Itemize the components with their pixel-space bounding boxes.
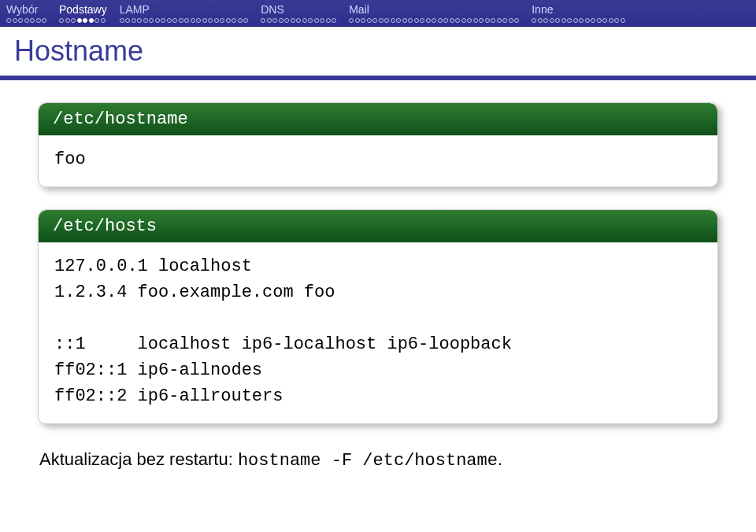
progress-dot[interactable] — [550, 18, 554, 23]
progress-dot[interactable] — [579, 18, 584, 23]
progress-dot[interactable] — [326, 18, 331, 23]
progress-dot[interactable] — [243, 18, 248, 23]
progress-dot[interactable] — [291, 18, 295, 23]
progress-dot[interactable] — [191, 18, 195, 23]
progress-dot[interactable] — [13, 18, 17, 23]
progress-dot[interactable] — [461, 18, 466, 23]
progress-dot[interactable] — [514, 18, 519, 23]
progress-dot[interactable] — [349, 18, 354, 23]
progress-dot[interactable] — [532, 18, 536, 23]
progress-dot[interactable] — [202, 18, 207, 23]
progress-dot[interactable] — [196, 18, 201, 23]
progress-dot[interactable] — [267, 18, 272, 23]
progress-dot[interactable] — [609, 18, 613, 23]
progress-dot[interactable] — [214, 18, 219, 23]
progress-dot[interactable] — [167, 18, 172, 23]
progress-dot[interactable] — [602, 18, 607, 23]
progress-dot[interactable] — [485, 18, 490, 23]
progress-dot[interactable] — [597, 18, 602, 23]
nav-label[interactable]: LAMP — [120, 3, 249, 16]
progress-dot[interactable] — [367, 18, 372, 23]
progress-dot[interactable] — [473, 18, 478, 23]
progress-dot[interactable] — [432, 18, 436, 23]
progress-dot[interactable] — [614, 18, 619, 23]
progress-dot[interactable] — [125, 18, 130, 23]
progress-dot[interactable] — [443, 18, 448, 23]
progress-dot[interactable] — [238, 18, 243, 23]
progress-dot[interactable] — [502, 18, 507, 23]
progress-dot[interactable] — [83, 18, 87, 23]
progress-dot[interactable] — [137, 18, 142, 23]
nav-label[interactable]: DNS — [261, 3, 336, 16]
nav-section-mail[interactable]: Mail — [343, 3, 525, 23]
progress-dot[interactable] — [30, 18, 35, 23]
progress-dot[interactable] — [455, 18, 460, 23]
progress-dot[interactable] — [438, 18, 443, 23]
progress-dot[interactable] — [396, 18, 401, 23]
progress-dot[interactable] — [279, 18, 284, 23]
progress-dot[interactable] — [155, 18, 160, 23]
progress-dot[interactable] — [132, 18, 136, 23]
progress-dot[interactable] — [621, 18, 625, 23]
progress-dot[interactable] — [314, 18, 319, 23]
progress-dot[interactable] — [226, 18, 231, 23]
progress-dot[interactable] — [585, 18, 590, 23]
progress-dot[interactable] — [538, 18, 543, 23]
progress-dot[interactable] — [232, 18, 236, 23]
progress-dot[interactable] — [391, 18, 395, 23]
progress-dot[interactable] — [120, 18, 124, 23]
progress-dot[interactable] — [36, 18, 41, 23]
progress-dot[interactable] — [272, 18, 277, 23]
progress-dot[interactable] — [179, 18, 183, 23]
progress-dot[interactable] — [149, 18, 154, 23]
progress-dot[interactable] — [479, 18, 484, 23]
progress-dot[interactable] — [450, 18, 454, 23]
progress-dot[interactable] — [509, 18, 513, 23]
progress-dot[interactable] — [414, 18, 419, 23]
nav-section-inne[interactable]: Inne — [525, 3, 632, 23]
progress-dot[interactable] — [172, 18, 177, 23]
progress-dot[interactable] — [220, 18, 224, 23]
progress-dot[interactable] — [426, 18, 431, 23]
progress-dot[interactable] — [101, 18, 106, 23]
progress-dot[interactable] — [591, 18, 595, 23]
progress-dot[interactable] — [379, 18, 384, 23]
nav-label[interactable]: Podstawy — [59, 3, 107, 16]
progress-dot[interactable] — [491, 18, 495, 23]
nav-section-lamp[interactable]: LAMP — [113, 3, 255, 23]
progress-dot[interactable] — [261, 18, 265, 23]
progress-dot[interactable] — [467, 18, 472, 23]
progress-dot[interactable] — [208, 18, 213, 23]
progress-dot[interactable] — [408, 18, 413, 23]
progress-dot[interactable] — [308, 18, 313, 23]
progress-dot[interactable] — [332, 18, 336, 23]
progress-dot[interactable] — [573, 18, 578, 23]
progress-dot[interactable] — [77, 18, 82, 23]
progress-dot[interactable] — [302, 18, 307, 23]
progress-dot[interactable] — [65, 18, 70, 23]
progress-dot[interactable] — [6, 18, 11, 23]
nav-section-dns[interactable]: DNS — [254, 3, 343, 23]
progress-dot[interactable] — [555, 18, 560, 23]
progress-dot[interactable] — [71, 18, 76, 23]
progress-dot[interactable] — [567, 18, 572, 23]
progress-dot[interactable] — [384, 18, 389, 23]
nav-label[interactable]: Inne — [532, 3, 625, 16]
progress-dot[interactable] — [402, 18, 407, 23]
progress-dot[interactable] — [320, 18, 324, 23]
progress-dot[interactable] — [372, 18, 377, 23]
progress-dot[interactable] — [24, 18, 29, 23]
progress-dot[interactable] — [94, 18, 99, 23]
progress-dot[interactable] — [184, 18, 189, 23]
progress-dot[interactable] — [355, 18, 360, 23]
progress-dot[interactable] — [161, 18, 165, 23]
progress-dot[interactable] — [361, 18, 365, 23]
nav-label[interactable]: Wybór — [6, 3, 46, 16]
progress-dot[interactable] — [18, 18, 23, 23]
progress-dot[interactable] — [497, 18, 502, 23]
progress-dot[interactable] — [420, 18, 424, 23]
nav-section-podstawy[interactable]: Podstawy — [53, 3, 113, 23]
progress-dot[interactable] — [284, 18, 289, 23]
nav-section-wybór[interactable]: Wybór — [0, 3, 53, 23]
progress-dot[interactable] — [59, 18, 64, 23]
